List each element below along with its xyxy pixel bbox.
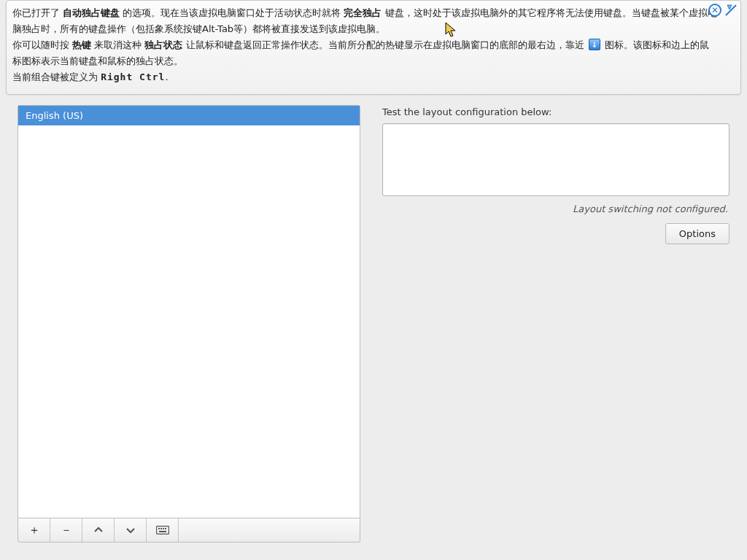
layout-list-item[interactable]: English (US) <box>18 106 360 125</box>
move-up-button[interactable] <box>82 518 115 542</box>
layout-test-input[interactable] <box>382 123 729 196</box>
keyboard-layout-panel: English (US) ＋ － <box>0 105 747 560</box>
close-icon[interactable]: ✕ <box>708 4 721 17</box>
hostkey-indicator-icon <box>589 39 600 50</box>
svg-rect-5 <box>165 528 166 529</box>
remove-layout-button[interactable]: － <box>50 518 82 542</box>
layout-list[interactable]: English (US) <box>18 105 360 518</box>
show-layout-button[interactable] <box>147 518 179 542</box>
mouse-capture-icon <box>724 4 738 17</box>
keyboard-icon <box>156 526 169 534</box>
move-down-button[interactable] <box>115 518 147 542</box>
chevron-up-icon <box>93 525 104 535</box>
auto-capture-notice: ✕ 你已打开了 自动独占键盘 的选项。现在当该虚拟电脑窗口处于活动状态时就将 完… <box>6 0 741 95</box>
svg-rect-6 <box>159 531 166 532</box>
layout-name: English (US) <box>26 110 83 121</box>
svg-rect-2 <box>158 528 160 529</box>
svg-rect-1 <box>156 526 169 534</box>
options-button[interactable]: Options <box>665 223 729 244</box>
layout-switching-note: Layout switching not configured. <box>382 203 728 214</box>
svg-rect-4 <box>163 528 164 529</box>
layout-toolbar: ＋ － <box>18 518 360 542</box>
test-pane: Test the layout configuration below: Lay… <box>382 105 729 542</box>
layout-list-pane: English (US) ＋ － <box>18 105 360 542</box>
notice-paragraph-3: 当前组合键被定义为 Right Ctrl. <box>12 69 717 85</box>
svg-rect-3 <box>160 528 162 529</box>
add-layout-button[interactable]: ＋ <box>18 518 50 542</box>
chevron-down-icon <box>125 525 136 535</box>
notice-paragraph-1: 你已打开了 自动独占键盘 的选项。现在当该虚拟电脑窗口处于活动状态时就将 完全独… <box>12 5 717 37</box>
notice-paragraph-2: 你可以随时按 热键 来取消这种 独占状态 让鼠标和键盘返回正常操作状态。当前所分… <box>12 37 717 69</box>
test-label: Test the layout configuration below: <box>382 106 729 117</box>
